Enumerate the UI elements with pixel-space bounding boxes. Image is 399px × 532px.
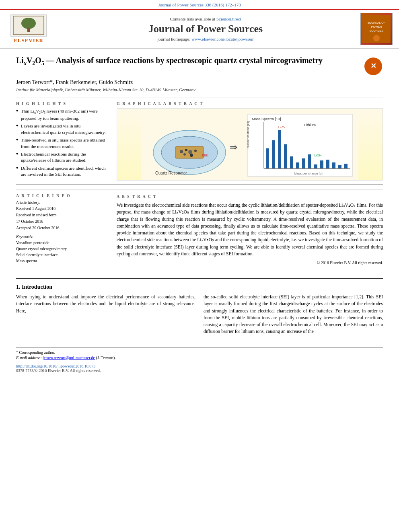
svg-point-43 (194, 150, 197, 152)
crossmark-logo[interactable]: ✕ (364, 57, 383, 76)
graphical-abstract-label: G R A P H I C A L A B S T R A C T (117, 101, 383, 106)
journal-header: ELSEVIER Contents lists available at Sci… (0, 9, 399, 49)
svg-rect-23 (284, 144, 287, 168)
affiliation: Institut für Materialphysik, Universität… (16, 87, 383, 92)
svg-text:✕: ✕ (370, 62, 376, 70)
article-info-label: A R T I C L E I N F O (16, 193, 109, 198)
homepage-url[interactable]: www.elsevier.com/locate/jpowsour (191, 37, 253, 41)
keyword-3: Solid electrolyte interface (16, 252, 109, 258)
svg-text:Mass per charge [u]: Mass per charge [u] (294, 172, 323, 175)
svg-rect-30 (326, 160, 329, 168)
svg-text:LiOH: LiOH (314, 154, 321, 157)
svg-rect-33 (344, 164, 348, 168)
svg-rect-25 (296, 162, 299, 168)
svg-rect-17 (248, 114, 352, 177)
journal-ref: Journal of Power Sources 336 (2016) 172–… (158, 2, 241, 7)
title-rest: — Analysis of surface reactions by spect… (44, 56, 323, 65)
svg-text:Lithium: Lithium (304, 123, 316, 127)
email-suffix: (J. Terwort). (96, 355, 116, 360)
article-history: Article history: Received 1 August 2016 … (16, 200, 109, 231)
sub-2: 2 (32, 60, 35, 66)
graphical-abstract-image: Quartz Resonator ⇒ Mass Spectra [13] Num… (117, 108, 383, 181)
main-content: LixV2O5 — Analysis of surface reactions … (0, 49, 399, 379)
footnote-section: * Corresponding author. E-mail address: … (16, 347, 383, 360)
revised-label: Received in revised form (16, 212, 109, 218)
svg-text:Li₂C₂: Li₂C₂ (278, 125, 285, 129)
svg-rect-31 (332, 162, 335, 168)
svg-point-42 (188, 150, 192, 154)
contents-line: Contents lists available at ScienceDirec… (55, 16, 356, 21)
email-line: E-mail address: jeroen.terwort@uni-muens… (16, 355, 383, 360)
journal-center: Contents lists available at ScienceDirec… (55, 16, 356, 41)
elsevier-brand: ELSEVIER (14, 37, 43, 44)
svg-rect-26 (302, 158, 305, 168)
intro-left-col: When trying to understand and improve th… (16, 294, 195, 335)
journal-title: Journal of Power Sources (55, 23, 356, 35)
highlight-item-4: Electrochemical reactions during the upt… (16, 151, 109, 164)
article-info-section: A R T I C L E I N F O Article history: R… (16, 193, 109, 266)
svg-text:SOURCES: SOURCES (370, 29, 384, 32)
highlights-abstract-row: H I G H L I G H T S Thin LixV2O5 layers … (16, 101, 383, 181)
svg-text:JOURNAL OF: JOURNAL OF (368, 21, 385, 24)
intro-left-text: When trying to understand and improve th… (16, 294, 195, 314)
svg-text:JSEI: JSEI (202, 154, 208, 157)
svg-rect-24 (290, 156, 293, 168)
svg-point-1 (21, 18, 36, 29)
svg-text:Quartz Resonator: Quartz Resonator (155, 171, 187, 175)
article-info-abstract-row: A R T I C L E I N F O Article history: R… (16, 189, 383, 266)
svg-text:⇒: ⇒ (230, 142, 237, 152)
svg-rect-22 (278, 130, 281, 168)
email-label: E-mail address: (16, 355, 42, 360)
svg-point-41 (185, 149, 187, 151)
svg-rect-29 (320, 160, 323, 168)
intro-right-text: the so-called solid electrolyte interfac… (204, 294, 383, 335)
elsevier-logo: ELSEVIER (6, 14, 51, 44)
revised-date: 17 October 2016 (16, 218, 109, 225)
sciencedirect-link[interactable]: ScienceDirect (216, 16, 241, 21)
svg-text:Mass Spectra [13]: Mass Spectra [13] (252, 117, 281, 121)
section-divider (16, 185, 383, 185)
svg-text:POWER: POWER (371, 25, 382, 28)
highlight-item-2: Layers are investigated via in situ elec… (16, 123, 109, 136)
intro-right-col: the so-called solid electrolyte interfac… (204, 294, 383, 335)
authors: Jeroen Terwort*, Frank Berkemeier, Guido… (16, 79, 383, 86)
highlight-item-3: Time-resolved in situ mass spectra are o… (16, 137, 109, 150)
highlight-item-1: Thin LixV2O5 layers (40 nm–302 nm) were … (16, 108, 109, 121)
svg-point-8 (373, 35, 380, 41)
keywords-list: Vanadium pentoxide Quartz crystal microg… (16, 240, 109, 264)
intro-columns: When trying to understand and improve th… (16, 294, 383, 335)
sub-x: x (24, 60, 27, 66)
abstract-text: We investigate the electrochemical side … (117, 202, 383, 257)
svg-point-40 (180, 150, 183, 153)
history-label: Article history: (16, 200, 109, 205)
svg-rect-20 (266, 148, 269, 168)
highlight-item-5: Different chemical species are identifie… (16, 165, 109, 178)
email-link[interactable]: jeroen.terwort@uni-muenster.de (43, 355, 95, 360)
svg-point-45 (190, 154, 193, 157)
highlights-label: H I G H L I G H T S (16, 101, 109, 106)
doi-link[interactable]: http://dx.doi.org/10.1016/j.jpowsour.201… (16, 364, 383, 368)
article-title-row: LixV2O5 — Analysis of surface reactions … (16, 55, 383, 76)
top-bar: Journal of Power Sources 336 (2016) 172–… (0, 0, 399, 9)
abstract-label: A B S T R A C T (117, 193, 383, 199)
body-divider (16, 270, 383, 270)
svg-rect-32 (338, 165, 341, 168)
keyword-1: Vanadium pentoxide (16, 240, 109, 246)
svg-text:Number of atoms [13]: Number of atoms [13] (247, 121, 250, 148)
received-date: Received 1 August 2016 (16, 205, 109, 212)
svg-rect-27 (308, 154, 311, 168)
homepage-line: journal homepage: www.elsevier.com/locat… (55, 37, 356, 41)
copyright-text: © 2016 Elsevier B.V. All rights reserved… (117, 260, 383, 266)
svg-rect-28 (314, 164, 317, 168)
article-title: LixV2O5 — Analysis of surface reactions … (16, 55, 364, 67)
graphical-abstract-section: G R A P H I C A L A B S T R A C T Quartz… (117, 101, 383, 181)
abstract-section: A B S T R A C T We investigate the elect… (117, 193, 383, 266)
sub-5: 5 (41, 60, 44, 66)
keyword-4: Mass spectra (16, 258, 109, 264)
journal-thumbnail: JOURNAL OF POWER SOURCES (360, 13, 393, 45)
intro-heading: 1. Introduction (16, 284, 383, 290)
svg-rect-21 (272, 140, 275, 168)
svg-rect-2 (27, 28, 30, 32)
svg-point-44 (183, 153, 186, 156)
keyword-2: Quartz crystal microgravimetry (16, 246, 109, 252)
